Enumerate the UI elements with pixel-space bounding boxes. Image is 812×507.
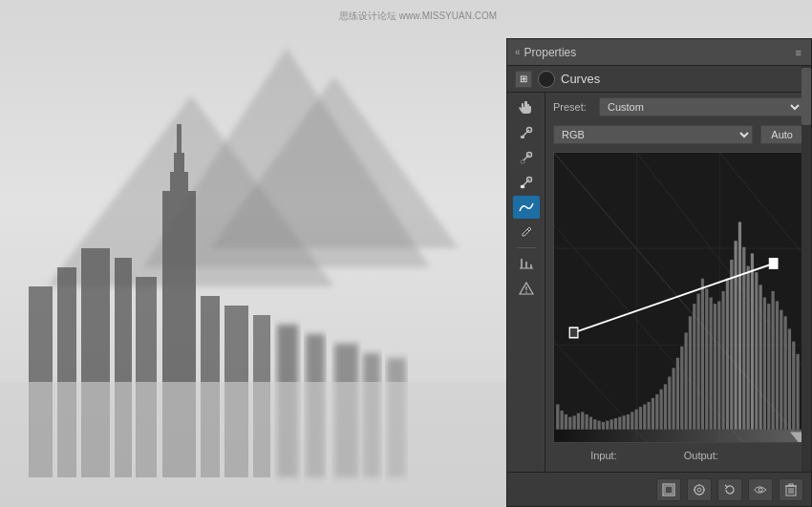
delete-layer-button[interactable]	[779, 478, 803, 501]
curves-section-header: ⊞ Curves	[507, 66, 811, 93]
svg-rect-49	[556, 404, 559, 429]
panel-title: Properties	[524, 46, 577, 59]
svg-rect-98	[759, 285, 762, 430]
svg-rect-84	[701, 279, 704, 430]
svg-rect-65	[623, 415, 626, 429]
svg-rect-64	[618, 417, 621, 430]
svg-rect-79	[680, 347, 683, 430]
svg-rect-11	[170, 172, 188, 191]
svg-rect-62	[610, 419, 613, 430]
svg-rect-58	[593, 419, 596, 430]
curve-edit-button[interactable]	[513, 196, 540, 219]
svg-rect-90	[726, 279, 729, 430]
svg-rect-89	[722, 291, 725, 430]
svg-point-115	[694, 485, 704, 495]
svg-rect-57	[589, 417, 592, 430]
svg-rect-56	[586, 414, 588, 430]
preset-row: Preset: CustomDefaultStrong ContrastLine…	[545, 93, 811, 121]
eyedropper-light-button[interactable]	[513, 171, 540, 194]
svg-rect-93	[738, 222, 741, 429]
svg-rect-59	[598, 421, 601, 430]
svg-rect-86	[710, 298, 713, 430]
curves-graph[interactable]	[553, 152, 803, 443]
svg-rect-95	[747, 266, 750, 430]
reset-button[interactable]	[717, 478, 742, 501]
auto-button[interactable]: Auto	[760, 125, 803, 144]
svg-rect-70	[643, 404, 646, 429]
hand-tool-button[interactable]	[513, 96, 540, 119]
svg-rect-22	[0, 382, 506, 507]
svg-rect-99	[763, 298, 766, 430]
levels-button[interactable]	[513, 252, 540, 275]
svg-rect-71	[648, 402, 651, 430]
svg-rect-30	[521, 185, 524, 188]
watermark: 思练设计论坛 www.MISSYUAN.COM	[339, 10, 497, 23]
svg-rect-78	[676, 358, 679, 430]
svg-rect-68	[635, 410, 638, 430]
svg-rect-92	[735, 241, 737, 430]
svg-rect-106	[792, 342, 795, 430]
panel-menu-button[interactable]: ≡	[794, 47, 803, 58]
svg-rect-80	[685, 332, 688, 429]
svg-rect-60	[602, 422, 605, 430]
svg-rect-69	[639, 407, 642, 430]
svg-rect-54	[577, 413, 580, 430]
svg-rect-76	[668, 376, 671, 429]
svg-rect-63	[614, 418, 617, 430]
preset-label: Preset:	[553, 101, 591, 113]
svg-rect-102	[776, 301, 779, 429]
bottom-toolbar	[507, 472, 811, 506]
svg-rect-91	[730, 260, 733, 430]
scrollbar-thumb[interactable]	[801, 68, 811, 125]
svg-rect-52	[568, 417, 571, 430]
pencil-draw-button[interactable]	[513, 221, 540, 243]
channel-select[interactable]: RGBRedGreenBlue	[553, 125, 753, 144]
eyedropper-dark-button[interactable]	[513, 146, 540, 169]
output-label: Output:	[684, 450, 718, 461]
svg-rect-27	[521, 160, 524, 163]
input-label: Input:	[590, 450, 617, 461]
curves-label: Curves	[561, 72, 600, 86]
svg-point-38	[525, 291, 527, 293]
svg-rect-104	[784, 316, 787, 430]
svg-rect-87	[714, 304, 716, 430]
svg-rect-67	[630, 412, 633, 429]
svg-rect-100	[767, 304, 770, 430]
svg-line-32	[527, 229, 529, 231]
svg-line-23	[523, 130, 529, 137]
svg-rect-114	[665, 486, 673, 494]
panel-titlebar: « Properties ≡	[507, 39, 811, 66]
eyedropper-sample-button[interactable]	[513, 121, 540, 144]
channel-row: RGBRedGreenBlue Auto	[545, 121, 811, 148]
adjustment-icon: ⊞	[515, 71, 532, 88]
svg-rect-75	[664, 384, 667, 429]
properties-panel: « Properties ≡ ⊞ Curves	[506, 38, 812, 507]
svg-rect-101	[772, 291, 775, 430]
svg-rect-88	[717, 301, 720, 429]
svg-rect-85	[705, 288, 708, 430]
svg-rect-77	[673, 368, 675, 430]
svg-rect-74	[660, 390, 663, 430]
panel-controls: ≡	[794, 47, 803, 58]
svg-rect-13	[177, 124, 182, 153]
svg-rect-111	[554, 430, 802, 442]
svg-point-121	[759, 488, 762, 492]
panel-scrollbar[interactable]	[801, 66, 811, 472]
collapse-icon[interactable]: «	[515, 47, 521, 57]
svg-rect-109	[569, 327, 578, 338]
svg-rect-24	[521, 136, 524, 138]
svg-rect-97	[755, 272, 758, 430]
expand-panel-button[interactable]	[656, 478, 681, 501]
preset-select[interactable]: CustomDefaultStrong ContrastLinear Contr…	[599, 97, 803, 116]
svg-rect-50	[561, 411, 564, 430]
clipping-warning-button[interactable]	[513, 277, 540, 300]
svg-rect-107	[797, 354, 800, 430]
svg-rect-110	[769, 259, 778, 269]
svg-rect-83	[697, 294, 700, 430]
svg-rect-51	[565, 414, 567, 430]
svg-rect-72	[652, 398, 654, 430]
svg-rect-81	[689, 316, 692, 430]
svg-rect-61	[606, 421, 609, 430]
target-adjustment-button[interactable]	[687, 478, 712, 501]
visibility-button[interactable]	[748, 478, 773, 501]
